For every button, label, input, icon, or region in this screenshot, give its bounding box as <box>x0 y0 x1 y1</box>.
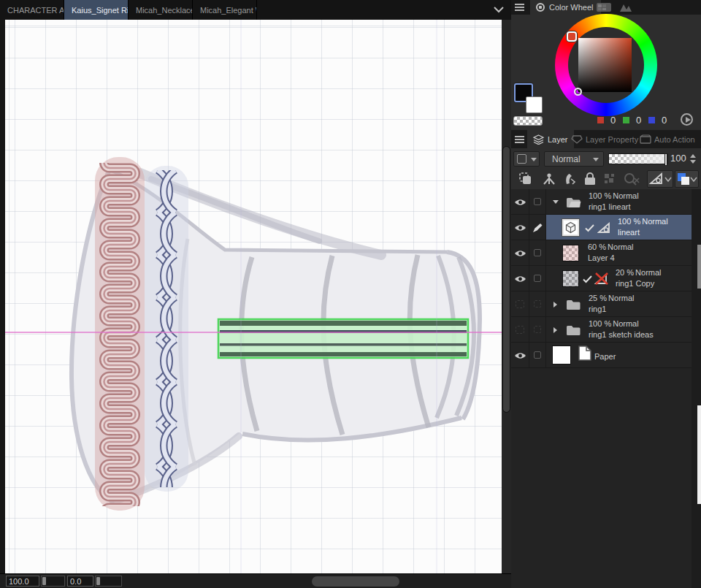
layer-checkbox[interactable] <box>534 300 541 308</box>
tab-overflow-chevron-icon[interactable] <box>492 3 505 16</box>
tab-layer[interactable]: Layer <box>527 130 574 148</box>
palette-color-dropdown[interactable] <box>513 151 540 167</box>
hue-marker[interactable] <box>567 31 577 42</box>
tab-label: Auto Action <box>654 135 695 144</box>
layer-check-cell[interactable] <box>529 266 546 291</box>
layer-checkbox[interactable] <box>534 351 541 359</box>
visibility-toggle[interactable] <box>511 240 529 266</box>
document-tab-label: Micah_Necklace <box>136 6 193 15</box>
color-wheel-panel: 0 0 0 <box>511 15 701 130</box>
layer-panel-menu-icon[interactable] <box>515 136 524 143</box>
visibility-toggle[interactable] <box>511 266 529 291</box>
layer-name: Layer 4 <box>588 253 634 264</box>
layer-thumbnail-raster[interactable] <box>562 245 579 261</box>
rotation-slider[interactable] <box>95 576 122 587</box>
lock-transparent-pixels-button[interactable] <box>603 172 616 186</box>
folder-icon <box>566 299 581 310</box>
color-history-icon[interactable] <box>681 113 693 126</box>
layer-check-cell[interactable] <box>529 317 546 343</box>
visibility-toggle[interactable] <box>511 189 529 215</box>
layer-row-paper[interactable]: Paper <box>511 343 692 368</box>
layer-row-ring1-lineart-folder[interactable]: 100 %Normal ring1 lineart <box>511 189 692 215</box>
expand-chevron-icon[interactable] <box>553 302 557 308</box>
layer-checkbox[interactable] <box>534 326 541 333</box>
onion-skin-button[interactable] <box>562 172 577 186</box>
layer-row-layer4[interactable]: 60 %Normal Layer 4 <box>511 240 692 266</box>
scrollbar-thumb[interactable] <box>502 146 510 413</box>
opacity-value[interactable]: 100 <box>670 153 686 164</box>
tab-label: Color Wheel <box>549 3 594 12</box>
opacity-increment-icon[interactable] <box>690 154 696 158</box>
document-tab-active[interactable]: Kaius_Signet Ring* ● <box>64 0 129 20</box>
ruler-disabled-icon <box>594 272 609 286</box>
layer-check-cell[interactable] <box>529 291 546 317</box>
clip-to-layer-below-button[interactable] <box>518 172 533 186</box>
rotation-slider-handle[interactable] <box>96 577 100 585</box>
canvas-vertical-scrollbar[interactable] <box>502 20 511 573</box>
layer-check-cell[interactable] <box>529 343 546 368</box>
background-color-swatch[interactable] <box>526 96 543 113</box>
layer-row-ring1-copy[interactable]: 20 %Normal ring1 Copy <box>511 266 692 291</box>
layer-thumbnail-vector[interactable] <box>562 219 579 236</box>
visibility-off <box>516 326 524 334</box>
green-channel-icon <box>623 117 629 123</box>
transparent-color-swatch[interactable] <box>513 116 543 126</box>
lock-layer-button[interactable] <box>583 172 597 186</box>
layer-row-ring1-sketch-ideas-folder[interactable]: 100 %Normal ring1 sketch ideas <box>511 317 692 343</box>
chevron-down-icon <box>531 158 537 161</box>
ruler-range-button[interactable] <box>647 170 673 188</box>
layer-color-button[interactable] <box>675 170 699 188</box>
panel-menu-icon[interactable] <box>515 4 524 11</box>
document-tab[interactable]: CHARACTER AC ● <box>0 0 64 20</box>
rope-trim-drawing <box>145 166 188 492</box>
canvas-horizontal-scrollbar-thumb[interactable] <box>312 576 399 587</box>
clip-studio-window: CHARACTER AC ● Kaius_Signet Ring* ● Mica… <box>0 0 701 588</box>
opacity-slider[interactable] <box>608 153 668 164</box>
saturation-value-marker[interactable] <box>574 88 582 96</box>
checkmark-icon <box>585 224 594 232</box>
layer-thumbnail-raster[interactable] <box>562 270 579 287</box>
tab-color-mixing[interactable] <box>618 1 635 13</box>
opacity-slider-fill <box>609 154 667 164</box>
expand-chevron-icon[interactable] <box>553 327 557 333</box>
layer-checkbox[interactable] <box>534 249 541 256</box>
visibility-toggle[interactable] <box>511 291 529 317</box>
opacity-decrement-icon[interactable] <box>690 160 696 164</box>
tab-auto-action[interactable]: Auto Action <box>640 130 695 148</box>
layer-opacity: 60 % <box>588 243 606 251</box>
blend-opacity-row: Normal 100 <box>511 148 701 169</box>
zoom-slider-handle[interactable] <box>42 577 46 585</box>
enable-keyframes-button[interactable] <box>542 172 556 186</box>
layer-checkbox[interactable] <box>534 198 541 205</box>
opacity-slider-handle[interactable] <box>664 153 667 166</box>
layer-checkbox[interactable] <box>534 275 541 282</box>
zoom-value-field[interactable]: 100.0 <box>6 576 39 587</box>
zoom-slider[interactable] <box>41 576 65 587</box>
canvas-zone <box>0 20 511 573</box>
visibility-toggle[interactable] <box>511 317 529 343</box>
visibility-toggle[interactable] <box>511 215 529 240</box>
saturation-value-square[interactable] <box>578 38 632 92</box>
layer-opacity: 100 % <box>589 319 611 328</box>
layer-row-ring1-folder[interactable]: 25 %Normal ring1 <box>511 291 692 317</box>
visibility-toggle[interactable] <box>511 343 529 368</box>
paper-icon <box>577 345 593 362</box>
layer-check-cell[interactable] <box>529 189 546 215</box>
layer-row-lineart-selected[interactable]: 100 %Normal lineart <box>511 215 692 240</box>
tab-layer-property[interactable]: Layer Property <box>571 130 638 148</box>
palette-color-icon <box>517 154 526 164</box>
document-tab[interactable]: Micah_Necklace ● <box>129 0 193 20</box>
layer-check-cell[interactable] <box>529 240 546 266</box>
editing-target-cell[interactable] <box>529 215 546 240</box>
rotation-value-field[interactable]: 0.0 <box>67 576 93 587</box>
paper-thumbnail[interactable] <box>552 345 571 364</box>
blend-mode-dropdown[interactable]: Normal <box>544 151 604 167</box>
layer-mode: Normal <box>635 268 661 277</box>
tab-color-set[interactable] <box>596 1 613 13</box>
collapse-chevron-icon[interactable] <box>553 200 559 204</box>
tab-color-wheel[interactable]: Color Wheel <box>530 0 601 15</box>
ring-drawing <box>5 20 502 573</box>
canvas[interactable] <box>5 20 502 573</box>
set-as-draft-button[interactable] <box>623 172 640 186</box>
document-tab[interactable]: Micah_Elegant W ● <box>193 0 257 20</box>
